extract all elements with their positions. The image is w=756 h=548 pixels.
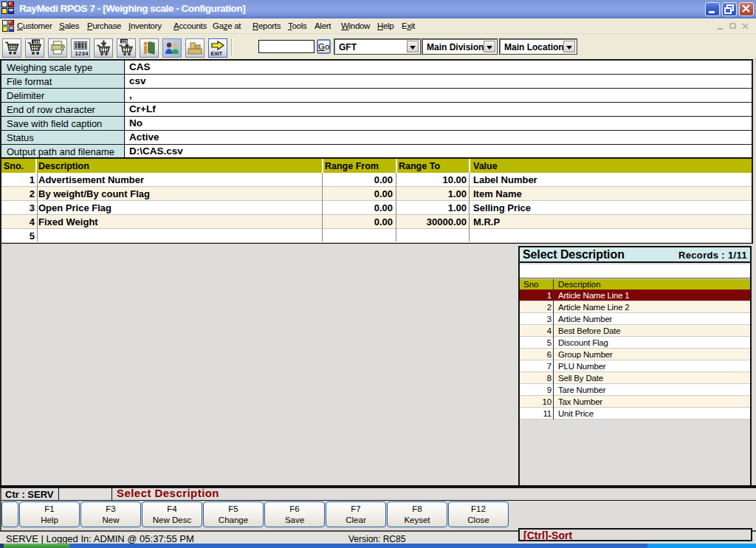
svg-text:EXIT: EXIT bbox=[211, 52, 223, 57]
svg-text:123: 123 bbox=[121, 39, 128, 44]
svg-text:123: 123 bbox=[33, 40, 40, 44]
svg-text:1234: 1234 bbox=[75, 50, 89, 57]
